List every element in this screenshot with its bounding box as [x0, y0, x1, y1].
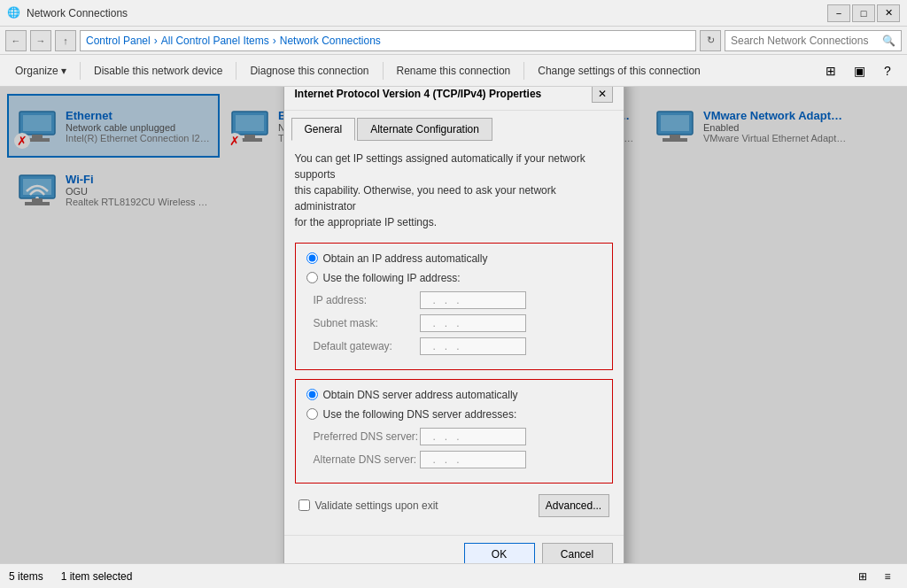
- help-button[interactable]: ?: [875, 58, 900, 83]
- subnet-mask-input[interactable]: [420, 314, 526, 332]
- preferred-dns-row: Preferred DNS server:: [306, 428, 601, 445]
- toolbar-separator-1: [80, 62, 81, 80]
- dialog-buttons: OK Cancel: [284, 535, 624, 564]
- subnet-mask-row: Subnet mask:: [306, 314, 601, 332]
- breadcrumb: Control Panel › All Control Panel Items …: [80, 30, 696, 51]
- preferred-dns-label: Preferred DNS server:: [314, 430, 420, 443]
- dialog-title-bar: Internet Protocol Version 4 (TCP/IPv4) P…: [284, 87, 624, 111]
- address-bar: ← → ↑ Control Panel › All Control Panel …: [0, 27, 907, 55]
- ok-button[interactable]: OK: [464, 543, 535, 564]
- toolbar: Organize ▾ Disable this network device D…: [0, 55, 907, 87]
- default-gateway-row: Default gateway:: [306, 337, 601, 355]
- close-button[interactable]: ✕: [877, 4, 900, 22]
- view-pane-button[interactable]: ▣: [847, 58, 872, 83]
- rename-button[interactable]: Rename this connection: [389, 60, 519, 81]
- alternate-dns-input[interactable]: [420, 451, 526, 468]
- minimize-button[interactable]: −: [827, 4, 850, 22]
- breadcrumb-item-allitems[interactable]: All Control Panel Items: [161, 35, 269, 47]
- toolbar-view-controls: ⊞ ▣ ?: [818, 58, 900, 83]
- status-bar: 5 items 1 item selected ⊞ ≡: [0, 563, 907, 588]
- up-button[interactable]: ↑: [55, 30, 76, 51]
- tab-alternate[interactable]: Alternate Configuration: [357, 118, 492, 141]
- ipv4-properties-dialog: Internet Protocol Version 4 (TCP/IPv4) P…: [283, 87, 624, 563]
- dns-auto-radio[interactable]: [306, 389, 318, 400]
- ip-manual-radio[interactable]: [306, 272, 318, 283]
- window-icon: 🌐: [7, 6, 21, 20]
- dialog-content: You can get IP settings assigned automat…: [284, 140, 624, 535]
- toolbar-separator-2: [236, 62, 236, 80]
- content-area: ✗ Ethernet Network cable unplugged Intel…: [0, 87, 907, 563]
- ip-auto-radio[interactable]: [306, 252, 318, 264]
- ip-address-label: IP address:: [314, 294, 420, 306]
- dns-auto-label[interactable]: Obtain DNS server address automatically: [323, 389, 518, 401]
- toolbar-separator-4: [523, 62, 524, 80]
- dns-manual-radio[interactable]: [306, 408, 318, 420]
- alternate-dns-row: Alternate DNS server:: [306, 451, 601, 468]
- validate-label[interactable]: Validate settings upon exit: [315, 499, 438, 512]
- status-view-buttons: ⊞ ≡: [852, 568, 898, 585]
- view-options-button[interactable]: ⊞: [818, 58, 843, 83]
- dns-manual-row: Use the following DNS server addresses:: [306, 408, 601, 421]
- ip-manual-label[interactable]: Use the following IP address:: [323, 272, 461, 284]
- dialog-tabs: General Alternate Configuration: [284, 111, 624, 140]
- toolbar-separator-3: [383, 62, 384, 80]
- breadcrumb-item-controlpanel[interactable]: Control Panel: [86, 35, 151, 47]
- large-icons-view-button[interactable]: ⊞: [852, 568, 873, 585]
- dialog-overlay: Internet Protocol Version 4 (TCP/IPv4) P…: [0, 87, 907, 563]
- breadcrumb-item-current: Network Connections: [280, 35, 381, 47]
- ip-address-row: IP address:: [306, 291, 601, 309]
- maximize-button[interactable]: □: [852, 4, 875, 22]
- default-gateway-label: Default gateway:: [314, 340, 420, 352]
- diagnose-button[interactable]: Diagnose this connection: [242, 60, 376, 81]
- subnet-mask-label: Subnet mask:: [314, 317, 420, 329]
- dialog-close-button[interactable]: ✕: [592, 87, 613, 103]
- dns-manual-label[interactable]: Use the following DNS server addresses:: [323, 408, 517, 421]
- ip-address-input[interactable]: [420, 291, 526, 309]
- dialog-description: You can get IP settings assigned automat…: [295, 151, 613, 230]
- ip-auto-label[interactable]: Obtain an IP address automatically: [323, 252, 488, 265]
- disable-device-button[interactable]: Disable this network device: [86, 60, 230, 81]
- change-settings-button[interactable]: Change settings of this connection: [530, 60, 708, 81]
- search-input[interactable]: [731, 35, 879, 47]
- ip-auto-row: Obtain an IP address automatically: [306, 252, 601, 265]
- dns-auto-row: Obtain DNS server address automatically: [306, 389, 601, 401]
- alternate-dns-label: Alternate DNS server:: [314, 453, 420, 466]
- window-controls: − □ ✕: [827, 4, 900, 22]
- dns-section: Obtain DNS server address automatically …: [295, 379, 613, 484]
- validate-row: Validate settings upon exit Advanced...: [295, 494, 613, 517]
- preferred-dns-input[interactable]: [420, 428, 526, 445]
- search-box: 🔍: [725, 30, 902, 51]
- validate-checkbox[interactable]: [298, 499, 310, 511]
- list-view-button[interactable]: ≡: [877, 568, 898, 585]
- title-bar: 🌐 Network Connections − □ ✕: [0, 0, 907, 27]
- window-title: Network Connections: [27, 7, 827, 19]
- ip-manual-row: Use the following IP address:: [306, 272, 601, 284]
- default-gateway-input[interactable]: [420, 337, 526, 355]
- forward-button[interactable]: →: [30, 30, 51, 51]
- back-button[interactable]: ←: [5, 30, 27, 51]
- tab-general[interactable]: General: [291, 118, 356, 141]
- refresh-button[interactable]: ↻: [700, 30, 721, 51]
- dialog-title-text: Internet Protocol Version 4 (TCP/IPv4) P…: [295, 88, 592, 100]
- search-icon: 🔍: [882, 35, 895, 47]
- cancel-button[interactable]: Cancel: [542, 543, 613, 564]
- advanced-button[interactable]: Advanced...: [539, 494, 609, 517]
- selection-count: 1 item selected: [61, 570, 133, 583]
- organize-button[interactable]: Organize ▾: [7, 60, 74, 81]
- items-count: 5 items: [9, 570, 43, 583]
- ip-address-section: Obtain an IP address automatically Use t…: [295, 243, 613, 370]
